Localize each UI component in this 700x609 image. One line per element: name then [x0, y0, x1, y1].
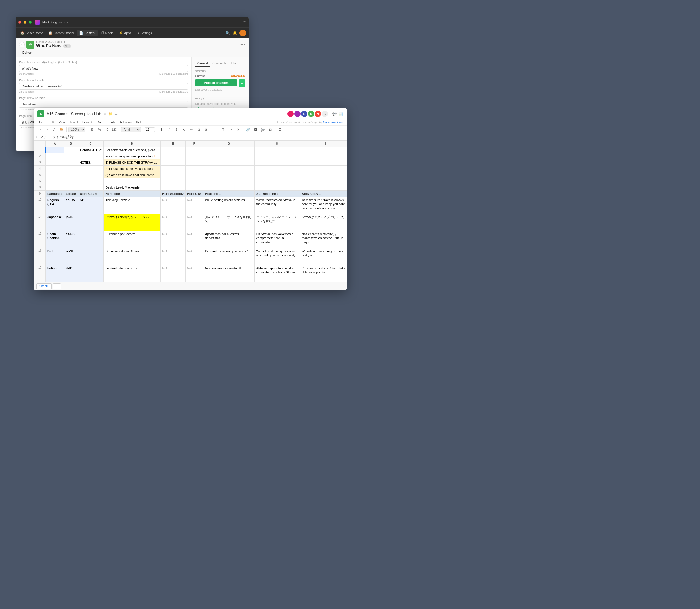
currency-button[interactable]: $	[89, 126, 95, 133]
chart-icon[interactable]: 📊	[339, 112, 343, 116]
image-button[interactable]: 🖼	[252, 126, 259, 133]
menu-edit[interactable]: Edit	[47, 120, 56, 125]
publish-dropdown[interactable]: ▼	[239, 79, 245, 87]
cell-9-h[interactable]: ALT Headline 1	[254, 191, 300, 197]
tab-editor[interactable]: Editor	[19, 49, 35, 57]
cell-2-c[interactable]	[77, 153, 103, 159]
link-button[interactable]: 🔗	[245, 126, 251, 133]
cell-10-e[interactable]: N/A	[160, 197, 186, 214]
cell-6-e[interactable]	[160, 178, 186, 184]
cell-8-e[interactable]	[160, 184, 186, 191]
more-button[interactable]: •••	[240, 42, 245, 47]
titlebar-menu-icon[interactable]: ≡	[243, 20, 246, 24]
cell-9-f[interactable]: Hero CTA	[185, 191, 203, 197]
right-tab-general[interactable]: General	[195, 61, 210, 67]
cell-6-g[interactable]	[203, 178, 254, 184]
publish-button[interactable]: Publish changes	[195, 79, 237, 86]
menu-data[interactable]: Data	[95, 120, 105, 125]
cell-15-g[interactable]: Apostamos por nuestros deportistas	[203, 231, 254, 248]
cell-10-c[interactable]: 241	[77, 197, 103, 214]
cell-2-d[interactable]: For all other questions, please tag: l10…	[104, 153, 160, 159]
function-button[interactable]: Σ	[277, 126, 283, 133]
nav-space-home[interactable]: 🏠 Space home	[18, 30, 46, 36]
bold-button[interactable]: B	[159, 126, 165, 133]
cell-14-c[interactable]	[77, 214, 103, 231]
menu-view[interactable]: View	[57, 120, 67, 125]
cell-3-d[interactable]: 1) PLEASE CHECK THE STRAVA GLOSSARY FOR …	[104, 159, 160, 166]
nav-settings[interactable]: ⚙ Settings	[134, 30, 154, 36]
cell-16-i[interactable]: We willen ervoor zorgen... lang nodig w.…	[300, 248, 347, 265]
col-header-e[interactable]: E	[160, 141, 186, 147]
menu-addons[interactable]: Add-ons	[118, 120, 133, 125]
cell-17-a[interactable]: Italian	[46, 265, 64, 282]
col-header-i[interactable]: I	[300, 141, 347, 147]
cell-6-d[interactable]	[104, 178, 160, 184]
cell-8-g[interactable]	[203, 184, 254, 191]
cell-6-c[interactable]	[77, 178, 103, 184]
col-header-c[interactable]: C	[77, 141, 103, 147]
cell-2-h[interactable]	[254, 153, 300, 159]
col-header-f[interactable]: F	[185, 141, 203, 147]
cell-2-e[interactable]	[160, 153, 186, 159]
field-english-input[interactable]	[19, 65, 188, 72]
field-french-input[interactable]	[19, 83, 188, 90]
notification-icon[interactable]: 🔔	[232, 31, 237, 35]
cell-1-c[interactable]: TRANSLATOR:	[77, 147, 103, 153]
search-icon[interactable]: 🔍	[225, 31, 230, 35]
sheet-tab-active[interactable]: Sheet1	[36, 283, 52, 289]
redo-button[interactable]: ↪	[44, 126, 50, 133]
col-header-g[interactable]: G	[203, 141, 254, 147]
cell-6-a[interactable]	[46, 178, 64, 184]
col-header-d[interactable]: D	[104, 141, 160, 147]
maximize-dot[interactable]	[29, 21, 32, 23]
cell-1-b[interactable]	[64, 147, 77, 153]
cell-2-i[interactable]	[300, 153, 347, 159]
cell-1-d[interactable]: For content-related questions, please ta…	[104, 147, 160, 153]
cell-15-f[interactable]: N/A	[185, 231, 203, 248]
sheets-grid-container[interactable]: A B C D E F G H I 1 TRANSLATOR:	[34, 140, 347, 282]
cell-8-c[interactable]	[77, 184, 103, 191]
cell-3-a[interactable]	[46, 159, 64, 166]
cell-10-d[interactable]: The Way Forward	[104, 197, 160, 214]
cell-14-i[interactable]: Stravaはアクティブでしょ...た。	[300, 214, 347, 231]
cell-4-c[interactable]	[77, 166, 103, 172]
menu-file[interactable]: File	[37, 120, 46, 125]
cell-4-a[interactable]	[46, 166, 64, 172]
font-color-button[interactable]: A	[181, 126, 187, 133]
menu-format[interactable]: Format	[81, 120, 94, 125]
cell-1-f[interactable]	[185, 147, 203, 153]
align-left-button[interactable]: ≡	[213, 126, 219, 133]
cell-17-b[interactable]: it-IT	[64, 265, 77, 282]
cell-15-d[interactable]: El camino por recorrer	[104, 231, 160, 248]
col-header-h[interactable]: H	[254, 141, 300, 147]
cell-15-a[interactable]: Spain Spanish	[46, 231, 64, 248]
star-icon[interactable]: ☆	[103, 112, 107, 116]
sheet-tab-add[interactable]: +	[53, 283, 61, 289]
back-button[interactable]: ‹	[19, 42, 25, 48]
cell-17-f[interactable]: N/A	[185, 265, 203, 282]
cell-2-a[interactable]	[46, 153, 64, 159]
cell-5-c[interactable]	[77, 172, 103, 178]
cell-4-f[interactable]	[185, 166, 203, 172]
cell-9-b[interactable]: Locale	[64, 191, 77, 197]
field-german-input[interactable]	[19, 101, 188, 108]
menu-insert[interactable]: Insert	[68, 120, 80, 125]
italic-button[interactable]: I	[166, 126, 172, 133]
cell-15-b[interactable]: es-ES	[64, 231, 77, 248]
cell-3-c[interactable]: NOTES:	[77, 159, 103, 166]
align-top-button[interactable]: ⊤	[220, 126, 226, 133]
cell-9-e[interactable]: Hero Subcopy	[160, 191, 186, 197]
cell-5-b[interactable]	[64, 172, 77, 178]
zoom-select[interactable]: 100%	[68, 127, 85, 132]
comment-icon[interactable]: 💬	[332, 112, 337, 116]
cell-17-i[interactable]: Per essere certi che Stra... futuro, abb…	[300, 265, 347, 282]
cell-3-b[interactable]	[64, 159, 77, 166]
cell-15-e[interactable]: N/A	[160, 231, 186, 248]
cell-9-a[interactable]: Language	[46, 191, 64, 197]
cell-16-e[interactable]: N/A	[160, 248, 186, 265]
cell-5-h[interactable]	[254, 172, 300, 178]
cell-14-f[interactable]: N/A	[185, 214, 203, 231]
cell-5-d[interactable]: 3) Some cells have addtional context inf…	[104, 172, 160, 178]
cell-3-h[interactable]	[254, 159, 300, 166]
right-tab-info[interactable]: Info	[229, 61, 238, 67]
